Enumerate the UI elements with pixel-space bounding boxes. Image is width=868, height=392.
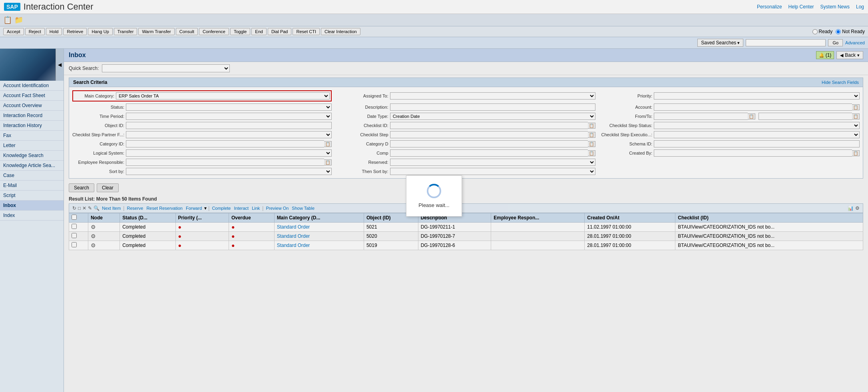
from-to-picker-button[interactable]: 📋	[748, 113, 755, 119]
comp-picker-button[interactable]: 📋	[588, 150, 595, 156]
main-category-select[interactable]: ERP Sales Order TA	[116, 92, 330, 99]
priority-select[interactable]	[654, 92, 860, 99]
retrieve-button[interactable]: Retrieve	[63, 28, 87, 35]
sidebar-item-index[interactable]: Index	[0, 211, 64, 221]
sidebar-item-interaction-record[interactable]: Interaction Record	[0, 111, 64, 121]
reject-button[interactable]: Reject	[25, 28, 45, 35]
checklist-id-picker-button[interactable]: 📋	[588, 123, 595, 129]
show-table-button[interactable]: Show Table	[291, 206, 315, 211]
interact-button[interactable]: Interact	[233, 206, 249, 211]
sidebar-item-fax[interactable]: Fax	[0, 131, 64, 141]
status-select[interactable]	[126, 103, 332, 111]
reserve-button[interactable]: Reserve	[126, 206, 144, 211]
sidebar-item-case[interactable]: Case	[0, 171, 64, 181]
checklist-step-execution-select[interactable]	[654, 131, 860, 138]
row-checkbox-2[interactable]	[72, 233, 77, 238]
notification-button[interactable]: 🔔 (1)	[816, 51, 834, 59]
row-main-category[interactable]: Standard Order	[274, 232, 364, 241]
reserved-select[interactable]	[390, 159, 596, 166]
then-sort-by-select[interactable]	[390, 168, 596, 175]
delete-icon[interactable]: ✕	[82, 205, 86, 211]
category-d-input[interactable]	[390, 140, 588, 147]
saved-searches-button[interactable]: Saved Searches ▾	[697, 39, 743, 47]
time-period-select[interactable]	[126, 113, 332, 120]
transfer-button[interactable]: Transfer	[114, 28, 137, 35]
sidebar-collapse-button[interactable]: ◀	[56, 49, 64, 81]
search-bar-input[interactable]	[746, 39, 826, 46]
sidebar-item-account-identification[interactable]: Account Identification	[0, 81, 64, 91]
employee-responsible-picker-button[interactable]: 📋	[324, 159, 332, 165]
select-all-checkbox[interactable]	[72, 215, 77, 220]
not-ready-radio[interactable]	[836, 29, 841, 34]
sidebar-item-knowledge-article[interactable]: Knowledge Article Sea...	[0, 161, 64, 171]
sidebar-item-email[interactable]: E-Mail	[0, 181, 64, 191]
document-icon-2[interactable]: 📁	[14, 16, 23, 24]
ready-radio-label[interactable]: Ready	[812, 29, 833, 34]
advanced-button[interactable]: Advanced	[845, 40, 865, 45]
clear-interaction-button[interactable]: Clear Interaction	[321, 28, 360, 35]
quick-search-dropdown[interactable]	[102, 64, 230, 72]
sidebar-item-inbox[interactable]: Inbox	[0, 201, 64, 211]
export-icon[interactable]: 📊	[848, 205, 854, 211]
refresh-icon[interactable]: ↻	[72, 205, 76, 211]
checklist-step-status-select[interactable]	[654, 122, 860, 129]
system-news-link[interactable]: System News	[820, 4, 850, 10]
comp-input[interactable]	[390, 149, 588, 157]
link-button[interactable]: Link	[251, 206, 261, 211]
employee-responsible-input[interactable]	[126, 159, 324, 166]
from-to-input2[interactable]	[759, 113, 852, 120]
hang-up-button[interactable]: Hang Up	[88, 28, 112, 35]
reset-reservation-button[interactable]: Reset Reservation	[145, 206, 183, 211]
row-checkbox-1[interactable]	[72, 224, 77, 229]
sidebar-item-account-fact-sheet[interactable]: Account Fact Sheet	[0, 91, 64, 101]
sidebar-item-script[interactable]: Script	[0, 191, 64, 201]
logical-system-select[interactable]	[126, 149, 332, 157]
document-icon-1[interactable]: 📋	[3, 16, 12, 24]
next-item-button[interactable]: Next Item	[101, 206, 121, 211]
row-main-category[interactable]: Standard Order	[274, 241, 364, 250]
checklist-id-input[interactable]	[390, 122, 588, 129]
end-button[interactable]: End	[251, 28, 267, 35]
category-id-picker-button[interactable]: 📋	[324, 141, 332, 147]
sidebar-item-letter[interactable]: Letter	[0, 141, 64, 151]
clear-button[interactable]: Clear	[97, 183, 119, 192]
back-button[interactable]: ◀ Back ▾	[836, 51, 863, 59]
complete-button[interactable]: Complete	[211, 206, 231, 211]
sidebar-item-interaction-history[interactable]: Interaction History	[0, 121, 64, 131]
schema-id-input[interactable]	[654, 140, 860, 147]
new-icon[interactable]: □	[78, 205, 81, 211]
search-icon[interactable]: 🔍	[94, 205, 100, 211]
dial-pad-button[interactable]: Dial Pad	[268, 28, 292, 35]
reset-cti-button[interactable]: Reset CTI	[293, 28, 320, 35]
hide-search-fields-link[interactable]: Hide Search Fields	[822, 80, 859, 85]
warm-transfer-button[interactable]: Warm Transfer	[138, 28, 174, 35]
help-center-link[interactable]: Help Center	[788, 4, 814, 10]
search-button[interactable]: Search	[69, 183, 94, 192]
checklist-step-input[interactable]	[390, 131, 588, 138]
toggle-button[interactable]: Toggle	[230, 28, 250, 35]
object-id-input[interactable]	[126, 122, 332, 129]
account-input[interactable]	[654, 103, 852, 111]
sort-by-select[interactable]	[126, 168, 332, 175]
from-to-picker2-button[interactable]: 📋	[852, 113, 860, 119]
checklist-step-picker-button[interactable]: 📋	[588, 132, 595, 138]
created-by-picker-button[interactable]: 📋	[852, 150, 860, 156]
from-to-input[interactable]	[654, 113, 747, 120]
date-type-select[interactable]: Creation Date	[390, 113, 596, 120]
assigned-to-select[interactable]	[390, 92, 596, 99]
settings-icon[interactable]: ⚙	[855, 205, 860, 211]
personalize-link[interactable]: Personalize	[757, 4, 782, 10]
description-input[interactable]	[390, 103, 596, 111]
sidebar-item-account-overview[interactable]: Account Overview	[0, 101, 64, 111]
accept-button[interactable]: Accept	[3, 28, 24, 35]
account-picker-button[interactable]: 📋	[852, 104, 860, 110]
row-main-category[interactable]: Standard Order	[274, 223, 364, 232]
log-link[interactable]: Log	[856, 4, 864, 10]
sidebar-item-knowledge-search[interactable]: Knowledge Search	[0, 151, 64, 161]
forward-button[interactable]: Forward	[185, 206, 203, 211]
hold-button[interactable]: Hold	[46, 28, 62, 35]
row-checkbox-3[interactable]	[72, 242, 77, 247]
conference-button[interactable]: Conference	[199, 28, 229, 35]
category-id-input[interactable]	[126, 140, 324, 147]
not-ready-radio-label[interactable]: Not Ready	[836, 29, 865, 34]
